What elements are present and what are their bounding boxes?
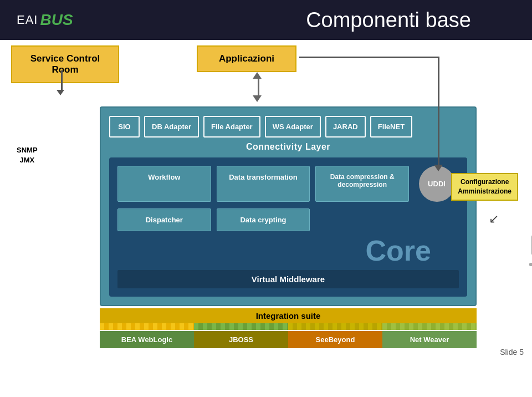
integration-area: Integration suite BEA WebLogic JBOSS See…	[100, 308, 477, 348]
header: EAI BUS Componenti base	[0, 0, 532, 40]
integration-title: Integration suite	[100, 308, 477, 323]
adapter-filenet: FileNET	[370, 116, 412, 138]
logo-bus: BUS	[40, 11, 73, 29]
data-transformation-box: Data transformation	[217, 166, 310, 202]
adapter-db: DB Adapter	[144, 116, 199, 138]
logo-area: EAI BUS	[17, 11, 73, 29]
slide-number: Slide 5	[500, 348, 524, 357]
integration-netweaver: Net Weaver	[382, 331, 477, 348]
inner-frame: Workflow Data transformation Data compre…	[109, 157, 467, 297]
configurazione-box: Configurazione Amministrazione	[451, 173, 518, 201]
stripe-2	[194, 323, 288, 330]
svg-rect-4	[529, 263, 532, 266]
adapter-ws: WS Adapter	[265, 116, 321, 138]
top-right-vert-line	[438, 57, 439, 167]
service-control-room-box: Service Control Room	[11, 45, 119, 83]
arch-wrapper: SNMP JMX SIO DB Adapter File Adapter WS …	[17, 106, 515, 348]
core-row: Core	[117, 234, 459, 267]
console-label: Console	[529, 272, 532, 280]
dispatcher-box: Dispatcher	[117, 208, 211, 231]
integration-jboss: JBOSS	[194, 331, 288, 348]
core-text: Core	[366, 234, 431, 267]
scr-down-arrow	[59, 70, 64, 95]
data-crypting-box: Data crypting	[217, 208, 310, 231]
console-area: Console	[529, 234, 532, 315]
stripe-1	[100, 323, 194, 330]
main-content: Service Control Room Applicazioni SNMP J…	[0, 40, 532, 359]
connectivity-label: Connectivity Layer	[109, 142, 467, 152]
logo-eai: EAI	[17, 13, 38, 27]
config-to-console-arrow: ↙	[489, 212, 499, 226]
stripe-3	[288, 323, 382, 330]
top-right-horiz-line	[299, 57, 439, 58]
adapter-jarad: JARAD	[325, 116, 366, 138]
virtual-middleware-label: Virtual Middleware	[117, 270, 459, 288]
data-compression-box: Data compression & decompression	[315, 166, 409, 202]
console-icon	[529, 234, 532, 267]
integration-stripes	[100, 323, 477, 331]
integration-items-row: BEA WebLogic JBOSS SeeBeyond Net Weaver	[100, 331, 477, 348]
double-arrow	[255, 72, 262, 102]
outer-frame: SIO DB Adapter File Adapter WS Adapter J…	[100, 106, 477, 306]
empty-cell-1	[315, 208, 409, 231]
stripe-4	[382, 323, 477, 330]
workflow-box: Workflow	[117, 166, 211, 202]
empty-cell-2	[415, 208, 459, 231]
applicazioni-box: Applicazioni	[197, 45, 296, 72]
adapter-file: File Adapter	[203, 116, 260, 138]
right-arrow-down	[434, 165, 443, 171]
integration-seebeyond: SeeBeyond	[288, 331, 382, 348]
integration-bea: BEA WebLogic	[100, 331, 194, 348]
page-title: Componenti base	[306, 8, 471, 32]
snmp-jmx-label: SNMP JMX	[17, 145, 38, 282]
adapter-sio: SIO	[109, 116, 140, 138]
adapter-row: SIO DB Adapter File Adapter WS Adapter J…	[109, 116, 467, 138]
